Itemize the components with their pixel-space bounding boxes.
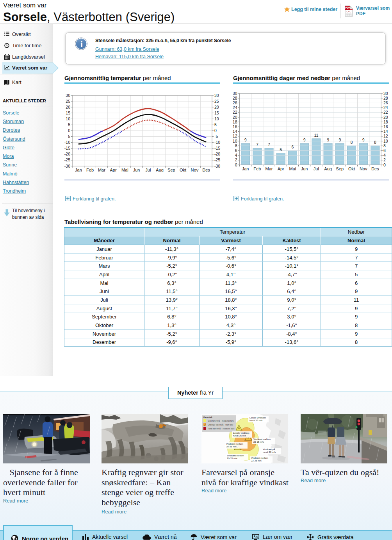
svg-text:6: 6	[235, 148, 237, 153]
svg-text:-5: -5	[214, 134, 218, 139]
svg-text:0: 0	[383, 163, 386, 167]
svg-text:6: 6	[291, 145, 294, 149]
svg-text:Aug: Aug	[324, 166, 332, 171]
svg-text:9: 9	[362, 138, 365, 142]
svg-text:Okt: Okt	[348, 166, 355, 171]
svg-text:rundt 35 m/s: rundt 35 m/s	[249, 419, 262, 422]
svg-text:-25: -25	[214, 157, 220, 162]
svg-text:24: 24	[383, 105, 388, 110]
svg-text:-15: -15	[64, 146, 70, 150]
svg-text:9: 9	[303, 138, 306, 142]
svg-text:Vindkast på: Vindkast på	[263, 448, 275, 451]
svg-text:5: 5	[280, 147, 282, 152]
svg-text:18: 18	[233, 120, 237, 124]
svg-text:9: 9	[244, 138, 247, 142]
svg-text:20: 20	[214, 105, 219, 109]
svg-text:-10: -10	[214, 140, 220, 145]
svg-text:Vindkast mellom: Vindkast mellom	[226, 443, 243, 445]
svg-text:Jun: Jun	[133, 168, 140, 172]
svg-text:9: 9	[327, 138, 329, 142]
svg-text:Vindkast mellom: Vindkast mellom	[227, 454, 244, 457]
svg-text:11: 11	[314, 133, 318, 138]
svg-text:Apr: Apr	[110, 168, 117, 172]
svg-text:Vindkast mellom: Vindkast mellom	[251, 457, 268, 459]
svg-text:2: 2	[383, 157, 386, 162]
svg-text:30: 30	[66, 93, 70, 98]
svg-text:Nov: Nov	[191, 168, 199, 172]
svg-text:30-35 m/s: 30-35 m/s	[226, 445, 237, 448]
svg-text:28: 28	[233, 96, 237, 100]
svg-text:Vindkast mellom: Vindkast mellom	[253, 438, 271, 440]
svg-text:10: 10	[383, 139, 388, 143]
svg-text:Feb: Feb	[86, 168, 94, 172]
svg-text:Lokale vindkast: Lokale vindkast	[233, 432, 249, 434]
svg-text:25: 25	[66, 99, 70, 104]
svg-text:0: 0	[214, 128, 217, 133]
svg-text:6: 6	[383, 148, 386, 153]
svg-text:Sep: Sep	[336, 166, 344, 171]
svg-text:-10: -10	[64, 140, 70, 145]
svg-text:Jan: Jan	[75, 168, 82, 172]
svg-text:Lokale vindkast: Lokale vindkast	[249, 417, 266, 419]
svg-text:Rødt farenivå - ekstrem fare: Rødt farenivå - ekstrem fare	[208, 427, 234, 430]
svg-text:30: 30	[383, 91, 388, 96]
svg-text:12: 12	[233, 134, 237, 138]
svg-text:4: 4	[235, 153, 237, 157]
svg-text:8: 8	[383, 143, 386, 148]
svg-text:30: 30	[233, 91, 237, 96]
svg-text:24: 24	[233, 105, 237, 110]
svg-text:-30: -30	[214, 164, 220, 168]
svg-text:-25: -25	[64, 157, 70, 162]
svg-text:16: 16	[383, 124, 388, 129]
svg-text:i: i	[80, 39, 83, 49]
svg-text:10: 10	[214, 116, 219, 121]
svg-text:Mar: Mar	[98, 168, 105, 172]
svg-text:26: 26	[233, 100, 237, 105]
svg-text:Des: Des	[202, 168, 210, 172]
svg-text:15: 15	[214, 111, 219, 115]
svg-text:5: 5	[68, 122, 70, 127]
svg-text:-30: -30	[64, 164, 70, 168]
svg-text:0: 0	[68, 128, 70, 133]
svg-text:Nov: Nov	[360, 166, 367, 171]
svg-text:Mar: Mar	[265, 166, 273, 171]
svg-text:rundt 20 m/s: rundt 20 m/s	[263, 451, 276, 453]
svg-text:Jan: Jan	[242, 166, 249, 171]
svg-text:22-25 m/s: 22-25 m/s	[253, 441, 264, 443]
svg-text:14: 14	[233, 129, 237, 134]
svg-text:9: 9	[339, 138, 341, 142]
svg-text:Des: Des	[371, 166, 379, 171]
svg-text:12: 12	[383, 134, 388, 138]
svg-text:10: 10	[233, 139, 237, 143]
svg-text:5: 5	[214, 122, 217, 127]
svg-text:Jun: Jun	[301, 166, 308, 171]
svg-text:Farenivå: Farenivå	[203, 416, 213, 418]
svg-text:-20: -20	[64, 152, 70, 156]
svg-text:Aug: Aug	[156, 168, 164, 172]
svg-text:10: 10	[66, 116, 70, 121]
svg-text:Jul: Jul	[314, 166, 319, 171]
svg-text:22: 22	[383, 110, 388, 114]
svg-text:Feb: Feb	[253, 166, 261, 171]
svg-text:30: 30	[214, 93, 219, 98]
svg-text:2: 2	[235, 157, 237, 162]
svg-text:Mai: Mai	[121, 168, 128, 172]
svg-text:20: 20	[233, 115, 237, 120]
svg-text:28: 28	[383, 96, 388, 100]
svg-text:30-35 m/s: 30-35 m/s	[227, 457, 237, 460]
svg-text:Oransje farenivå - stor fare: Oransje farenivå - stor fare	[208, 424, 233, 426]
svg-text:7: 7	[256, 142, 258, 147]
svg-text:PDF: PDF	[346, 6, 351, 9]
svg-text:Mai: Mai	[289, 166, 296, 171]
svg-text:20: 20	[66, 105, 70, 109]
svg-text:20: 20	[383, 115, 388, 120]
svg-text:Sep: Sep	[167, 168, 175, 172]
svg-text:Apr: Apr	[278, 166, 284, 171]
svg-text:-5: -5	[67, 134, 70, 139]
svg-text:-20: -20	[214, 152, 220, 156]
svg-text:15: 15	[66, 111, 70, 115]
svg-text:Jul: Jul	[145, 168, 151, 172]
svg-text:-15: -15	[214, 146, 220, 150]
svg-text:16: 16	[233, 124, 237, 129]
svg-text:0: 0	[235, 163, 237, 167]
